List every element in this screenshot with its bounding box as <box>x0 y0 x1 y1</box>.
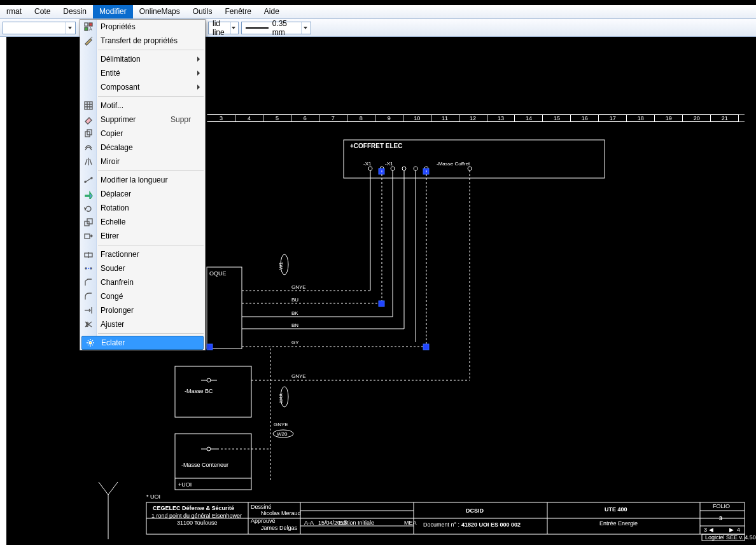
coffret-title: +COFFRET ELEC <box>350 142 403 149</box>
menu-item-echelle[interactable]: Echelle <box>80 215 205 229</box>
ruler-mark: 13 <box>487 115 515 121</box>
menu-item-prolonger[interactable]: Prolonger <box>80 303 205 317</box>
menu-item-d-placer[interactable]: Déplacer <box>80 187 205 201</box>
len-icon <box>83 174 94 186</box>
ruler-mark: 4 <box>235 115 263 121</box>
menu-item-cong-[interactable]: Congé <box>80 289 205 303</box>
svg-rect-111 <box>85 234 90 238</box>
menu-aide[interactable]: Aide <box>258 5 286 18</box>
menu-item-label: Propriétés <box>101 22 136 31</box>
submenu-arrow-icon <box>197 71 200 76</box>
menu-format[interactable]: rmat <box>0 5 28 18</box>
svg-rect-104 <box>85 102 92 109</box>
menu-cote[interactable]: Cote <box>28 5 57 18</box>
menu-item-supprimer[interactable]: SupprimerSuppr <box>80 113 205 127</box>
menubar: rmat Cote Dessin Modifier OnlineMaps Out… <box>0 5 756 19</box>
svg-text:Approuvé: Approuvé <box>251 518 276 524</box>
brush-icon <box>83 35 94 46</box>
svg-point-10 <box>414 167 417 170</box>
menu-item-modifier-la-longueur[interactable]: Modifier la longueur <box>80 173 205 187</box>
explode-icon <box>85 337 96 348</box>
svg-text:MEA: MEA <box>404 520 417 526</box>
svg-text:1 rond point du général Eisenh: 1 rond point du général Eisenhower <box>151 513 242 519</box>
menu-item-eclater[interactable]: Eclater <box>81 336 204 350</box>
svg-rect-24 <box>207 267 242 348</box>
svg-text:-X1: -X1 <box>385 161 393 167</box>
svg-text:+UOI: +UOI <box>178 481 192 488</box>
menu-item-label: Supprimer <box>101 115 136 124</box>
ruler-mark: 17 <box>599 115 627 121</box>
menu-modifier[interactable]: Modifier <box>93 5 133 18</box>
svg-text:DCSID: DCSID <box>466 507 484 514</box>
menu-item-etirer[interactable]: Etirer <box>80 229 205 243</box>
layer-combo[interactable] <box>3 22 76 34</box>
menu-item-miroir[interactable]: Miroir <box>80 155 205 169</box>
svg-text:-X1: -X1 <box>363 161 372 167</box>
svg-text:-Masse Coffret: -Masse Coffret <box>437 161 470 167</box>
ground-symbol <box>99 482 118 539</box>
menu-item-composant[interactable]: Composant <box>80 80 205 94</box>
mirror-icon <box>83 156 94 167</box>
menu-item-fractionner[interactable]: Fractionner <box>80 247 205 261</box>
menu-fenetre[interactable]: Fenêtre <box>218 5 257 18</box>
svg-point-8 <box>391 167 395 170</box>
svg-text:W1: W1 <box>278 261 284 270</box>
svg-rect-37 <box>207 344 213 350</box>
svg-text:FOLIO: FOLIO <box>713 503 730 509</box>
svg-text:GNYE: GNYE <box>291 284 306 290</box>
svg-text:Nicolas Meraud: Nicolas Meraud <box>261 510 301 516</box>
menu-item-motif-[interactable]: Motif... <box>80 99 205 113</box>
menu-item-rotation[interactable]: Rotation <box>80 201 205 215</box>
submenu-arrow-icon <box>197 57 200 62</box>
menu-item-label: Décalage <box>101 143 133 152</box>
menu-item-d-limitation[interactable]: Délimitation <box>80 52 205 66</box>
menu-item-souder[interactable]: Souder <box>80 261 205 275</box>
menu-item-label: Miroir <box>101 157 120 166</box>
menu-item-label: Modifier la longueur <box>101 176 167 184</box>
svg-point-12 <box>468 167 472 170</box>
line-weight-combo[interactable]: 0.35 mm <box>241 22 311 34</box>
menu-item-propri-t-s[interactable]: PropriétésA <box>80 20 205 34</box>
ruler-mark: 10 <box>403 115 431 121</box>
split-icon <box>83 249 94 260</box>
stretch-icon <box>83 230 94 242</box>
submenu-arrow-icon <box>197 85 200 90</box>
svg-point-117 <box>89 341 92 344</box>
extend-icon <box>83 305 94 316</box>
menu-item-d-calage[interactable]: Décalage <box>80 141 205 155</box>
svg-text:Edition Initiale: Edition Initiale <box>339 520 374 526</box>
menu-item-label: Déplacer <box>101 190 131 198</box>
fillet-icon <box>83 291 94 302</box>
menu-outils[interactable]: Outils <box>186 5 219 18</box>
menu-item-label: Fractionner <box>101 250 139 259</box>
menu-item-label: Rotation <box>101 204 129 212</box>
menu-item-chanfrein[interactable]: Chanfrein <box>80 275 205 289</box>
ruler-mark: 19 <box>655 115 683 121</box>
svg-point-9 <box>402 167 406 170</box>
trim-icon <box>83 319 94 330</box>
menu-item-label: Composant <box>101 83 139 92</box>
menu-item-label: Congé <box>101 292 123 301</box>
line-style-combo[interactable]: lid line <box>208 22 239 34</box>
menu-item-label: Eclater <box>101 338 125 347</box>
weld-icon <box>83 263 94 274</box>
ruler-mark: 9 <box>375 115 403 121</box>
menu-shortcut: Suppr <box>171 115 191 124</box>
title-block: CEGELEC Défense & Sécurité 1 rond point … <box>146 502 756 541</box>
hatch-icon <box>83 100 94 111</box>
svg-text:-Masse Conteneur: -Masse Conteneur <box>181 462 228 468</box>
menu-dessin[interactable]: Dessin <box>57 5 93 18</box>
menu-item-label: Prolonger <box>101 306 134 315</box>
svg-text:Entrée Energie: Entrée Energie <box>599 520 638 527</box>
line-weight-sample <box>246 27 269 29</box>
menu-onlinemaps[interactable]: OnlineMaps <box>133 5 186 18</box>
menu-item-label: Transfert de propriétés <box>101 36 178 45</box>
move-icon <box>83 188 94 200</box>
menu-item-ajuster[interactable]: Ajuster <box>80 317 205 331</box>
svg-text:Dessiné: Dessiné <box>251 504 272 510</box>
menu-item-entit-[interactable]: Entité <box>80 66 205 80</box>
menu-item-copier[interactable]: Copier <box>80 127 205 141</box>
svg-rect-30 <box>379 301 384 307</box>
modifier-menu: PropriétésATransfert de propriétésDélimi… <box>80 19 206 350</box>
menu-item-transfert-de-propri-t-s[interactable]: Transfert de propriétés <box>80 34 205 48</box>
